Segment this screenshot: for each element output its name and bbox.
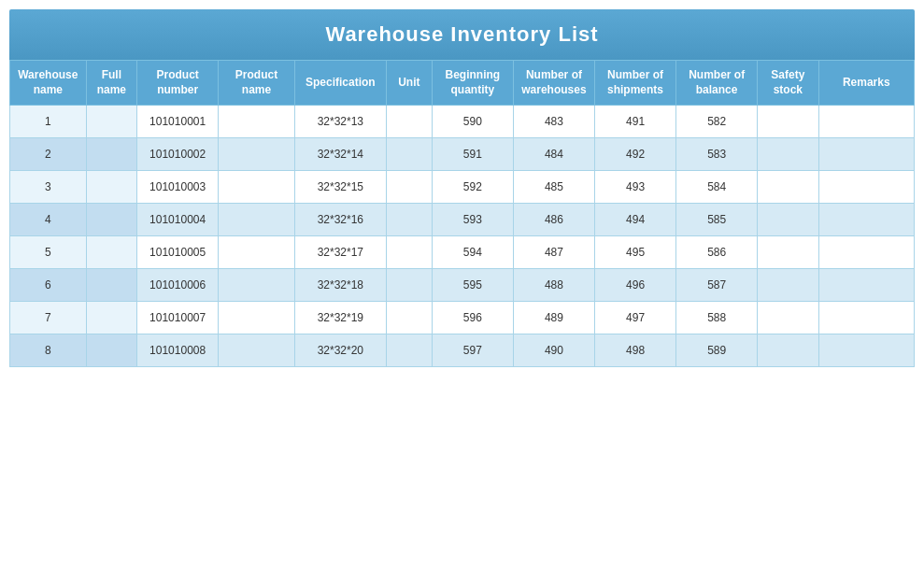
header-product-number: Product number xyxy=(137,61,219,106)
cell-num-balance: 582 xyxy=(676,106,758,138)
cell-warehouse-name: 5 xyxy=(10,236,87,269)
cell-num-shipments: 491 xyxy=(595,106,676,138)
header-beginning-quantity: Beginning quantity xyxy=(432,61,513,106)
cell-num-balance: 589 xyxy=(676,334,758,367)
cell-beginning-quantity: 594 xyxy=(432,236,513,269)
cell-safety-stock xyxy=(758,236,818,269)
cell-remarks xyxy=(818,138,914,171)
table-row: 710101000732*32*19596489497588 xyxy=(10,302,915,334)
cell-remarks xyxy=(818,236,914,269)
cell-full-name xyxy=(86,138,136,171)
cell-unit xyxy=(386,106,432,138)
cell-num-shipments: 494 xyxy=(595,204,676,236)
cell-unit xyxy=(386,171,432,204)
cell-full-name xyxy=(86,302,136,334)
cell-safety-stock xyxy=(758,334,818,367)
cell-remarks xyxy=(818,302,914,334)
cell-warehouse-name: 3 xyxy=(10,171,87,204)
inventory-table: Warehouse name Full name Product number … xyxy=(9,60,915,367)
table-row: 210101000232*32*14591484492583 xyxy=(10,138,915,171)
header-full-name: Full name xyxy=(86,61,136,106)
cell-remarks xyxy=(818,269,914,302)
cell-product-number: 101010005 xyxy=(137,236,219,269)
cell-num-shipments: 493 xyxy=(595,171,676,204)
cell-unit xyxy=(386,334,432,367)
table-row: 510101000532*32*17594487495586 xyxy=(10,236,915,269)
cell-num-warehouses: 487 xyxy=(513,236,594,269)
cell-remarks xyxy=(818,204,914,236)
cell-num-shipments: 497 xyxy=(595,302,676,334)
cell-safety-stock xyxy=(758,106,818,138)
cell-unit xyxy=(386,138,432,171)
header-product-name: Product name xyxy=(219,61,295,106)
page-container: Warehouse Inventory List Warehouse name … xyxy=(0,0,924,377)
table-row: 410101000432*32*16593486494585 xyxy=(10,204,915,236)
cell-beginning-quantity: 595 xyxy=(432,269,513,302)
cell-unit xyxy=(386,204,432,236)
header-safety-stock: Safety stock xyxy=(758,61,818,106)
cell-warehouse-name: 4 xyxy=(10,204,87,236)
table-row: 110101000132*32*13590483491582 xyxy=(10,106,915,138)
cell-specification: 32*32*17 xyxy=(294,236,386,269)
title-bar: Warehouse Inventory List xyxy=(9,9,915,60)
cell-specification: 32*32*16 xyxy=(294,204,386,236)
cell-num-shipments: 492 xyxy=(595,138,676,171)
cell-specification: 32*32*14 xyxy=(294,138,386,171)
cell-warehouse-name: 8 xyxy=(10,334,87,367)
cell-warehouse-name: 1 xyxy=(10,106,87,138)
cell-product-number: 101010004 xyxy=(137,204,219,236)
cell-warehouse-name: 2 xyxy=(10,138,87,171)
cell-num-warehouses: 490 xyxy=(513,334,594,367)
cell-product-name xyxy=(219,302,295,334)
cell-warehouse-name: 6 xyxy=(10,269,87,302)
cell-safety-stock xyxy=(758,138,818,171)
cell-product-name xyxy=(219,334,295,367)
cell-product-name xyxy=(219,106,295,138)
cell-full-name xyxy=(86,334,136,367)
cell-beginning-quantity: 593 xyxy=(432,204,513,236)
header-remarks: Remarks xyxy=(818,61,914,106)
header-number-of-warehouses: Number of warehouses xyxy=(513,61,594,106)
cell-num-balance: 583 xyxy=(676,138,758,171)
cell-beginning-quantity: 597 xyxy=(432,334,513,367)
cell-beginning-quantity: 590 xyxy=(432,106,513,138)
cell-safety-stock xyxy=(758,269,818,302)
cell-num-balance: 587 xyxy=(676,269,758,302)
header-unit: Unit xyxy=(386,61,432,106)
cell-num-shipments: 495 xyxy=(595,236,676,269)
cell-specification: 32*32*18 xyxy=(294,269,386,302)
cell-safety-stock xyxy=(758,171,818,204)
cell-full-name xyxy=(86,204,136,236)
header-number-of-balance: Number of balance xyxy=(676,61,758,106)
table-body: 110101000132*32*135904834915822101010002… xyxy=(10,106,915,367)
cell-num-balance: 584 xyxy=(676,171,758,204)
cell-unit xyxy=(386,302,432,334)
cell-num-warehouses: 485 xyxy=(513,171,594,204)
cell-safety-stock xyxy=(758,204,818,236)
cell-full-name xyxy=(86,269,136,302)
table-row: 610101000632*32*18595488496587 xyxy=(10,269,915,302)
cell-product-number: 101010006 xyxy=(137,269,219,302)
cell-num-warehouses: 489 xyxy=(513,302,594,334)
cell-product-number: 101010001 xyxy=(137,106,219,138)
cell-specification: 32*32*20 xyxy=(294,334,386,367)
cell-remarks xyxy=(818,106,914,138)
header-number-of-shipments: Number of shipments xyxy=(595,61,676,106)
cell-num-shipments: 498 xyxy=(595,334,676,367)
cell-product-number: 101010002 xyxy=(137,138,219,171)
cell-specification: 32*32*15 xyxy=(294,171,386,204)
table-row: 310101000332*32*15592485493584 xyxy=(10,171,915,204)
cell-beginning-quantity: 596 xyxy=(432,302,513,334)
cell-product-name xyxy=(219,171,295,204)
cell-num-warehouses: 488 xyxy=(513,269,594,302)
cell-full-name xyxy=(86,106,136,138)
cell-num-balance: 586 xyxy=(676,236,758,269)
header-row: Warehouse name Full name Product number … xyxy=(10,61,915,106)
cell-unit xyxy=(386,236,432,269)
table-row: 810101000832*32*20597490498589 xyxy=(10,334,915,367)
cell-warehouse-name: 7 xyxy=(10,302,87,334)
cell-product-number: 101010008 xyxy=(137,334,219,367)
cell-specification: 32*32*19 xyxy=(294,302,386,334)
cell-full-name xyxy=(86,171,136,204)
cell-product-name xyxy=(219,236,295,269)
